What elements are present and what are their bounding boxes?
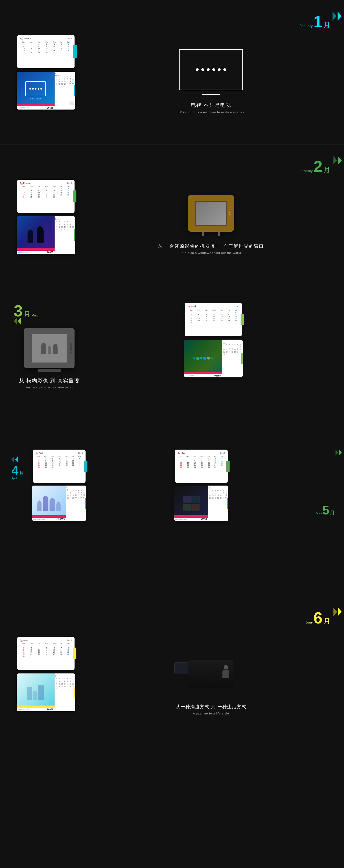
tab-feb-top [73, 190, 76, 202]
year-mar: 2013 [235, 305, 239, 308]
corner-deco-jan [333, 11, 342, 21]
bottom-card-apr: www.sc96655.com 96655 4 April SMTWTFS [32, 486, 86, 521]
calendar-tab-jan [73, 45, 77, 58]
calendar-card-jun-top: 6月 June 2013 SunMonTueWedThuFriSat 1 234… [17, 637, 75, 670]
month-label-jan: January [23, 37, 31, 40]
main-text-zh-mar: 从 模糊影像 到 真实呈现 [19, 377, 80, 384]
calendar-card-apr-top: 4月 April 2013 SunMonTueWedThuFriSat 1234… [33, 450, 86, 483]
month-en-apr: April [11, 477, 30, 480]
year-label-jan: 2013 [67, 37, 72, 40]
phone-may: 96655 [200, 518, 207, 521]
phone-mar: 96655 [214, 374, 221, 377]
month-en-mar: March [31, 313, 40, 317]
tv-modern-illustration [179, 49, 243, 90]
month-num-feb: 2 [314, 159, 322, 175]
phone-jun: 96655 [47, 708, 53, 711]
month-num-apr: 4 [11, 464, 19, 477]
text-block-feb: 从 一台还原影像的机器 到 一个了解世界的窗口 It is also a win… [158, 243, 264, 255]
month-label-mar: 3 月 March [14, 303, 40, 319]
tab-mar-bottom [241, 353, 242, 364]
month-en-jun: June [306, 621, 313, 624]
month-num-jan: 1 [314, 14, 322, 30]
phone-jan: 96655 [47, 106, 53, 109]
bottom-card-jan: 电视 不只是电视 www.sc96655.com 96655 1 January [17, 72, 75, 110]
main-text-zh-jan: 电视 不只是电视 [178, 102, 244, 108]
website-feb: www.sc96655.com [18, 252, 29, 253]
tab-feb-bottom [74, 229, 75, 241]
calendar-card-feb-top: 2月 February 2013 SunMonTueWedThuFriSat 1… [17, 180, 75, 213]
month-zh-mar: 月 [24, 310, 30, 319]
section-june: 6月 June 2013 SunMonTueWedThuFriSat 1 234… [0, 596, 344, 752]
month-zh-may: 月 [330, 509, 335, 516]
month-en-jan: January [299, 24, 313, 28]
website-jan: www.sc96655.com [18, 107, 29, 108]
corner-deco-mar-left [14, 318, 21, 325]
section-march: 3 月 March [0, 289, 344, 440]
month-zh-jun: 月 [323, 617, 330, 626]
month-zh-feb: 月 [323, 165, 330, 175]
section-february: 2月 February 2013 SunMonTueWedThuFriSat 1… [0, 144, 344, 289]
bottom-card-jun: www.sc96655.com 96655 6 June SMTWTFS 1 2… [17, 674, 75, 711]
phone-feb: 96655 [47, 251, 53, 254]
corner-deco-feb [334, 156, 342, 164]
month-label-jun-right: June 6 月 [306, 610, 330, 626]
tab-mar-top [240, 314, 244, 326]
month-num-may: 5 [322, 504, 329, 517]
bottom-tab-jan [74, 85, 75, 96]
month-en-feb: February [300, 169, 313, 173]
main-text-en-jun: A pastime to a life style [176, 712, 246, 715]
month-label-feb-right: February 2 月 [300, 159, 330, 175]
month-zh-jan: 月 [323, 21, 330, 30]
section-january: 1月 January 2013 SunMonTueWedThuFriSat 12… [0, 0, 344, 144]
main-text-en-jan: TV is not only a machine to restore imag… [178, 111, 244, 114]
calendar-card-may-top: 5月 May 2013 SunMonTueWedThuFriSat 1234 5… [175, 450, 228, 483]
tab-apr-top [84, 461, 87, 472]
tab-may-bottom [227, 498, 228, 509]
corner-deco-may [336, 450, 342, 456]
corner-deco-apr [11, 457, 30, 462]
bottom-card-mar: www.sc96655.com 96655 3 March SMTWTFS 12… [184, 340, 242, 377]
bottom-card-feb: www.sc96655.com 96655 2 February SMTWTFS… [17, 216, 75, 254]
month-en-may: May [316, 512, 322, 515]
website-apr: www.sc96655.com [33, 519, 45, 520]
main-text-zh-jun: 从一种消遣方式 到 一种生活方式 [176, 704, 246, 710]
month-label-apr: 4 月 [11, 464, 30, 477]
tab-jun-bottom [74, 686, 75, 698]
website-mar: www.sc96655.com [185, 375, 197, 376]
website-may: www.sc96655.com [175, 519, 187, 520]
main-text-en-feb: It is also a window to find out the worl… [158, 251, 264, 255]
website-jun: www.sc96655.com [18, 709, 29, 710]
text-block-jun: 从一种消遣方式 到 一种生活方式 A pastime to a life sty… [176, 704, 246, 715]
month-zh-apr: 月 [19, 470, 24, 476]
month-label-may: May 5 月 [316, 504, 335, 517]
text-block-jan: 电视 不只是电视 TV is not only a machine to res… [178, 102, 244, 114]
month-label-jan-right: January 1 月 [299, 14, 330, 30]
year-label-feb: 2013 [67, 182, 72, 185]
tab-jun-top [73, 648, 76, 659]
month-num-jun: 6 [314, 610, 322, 626]
tv-old-illustration [188, 195, 234, 232]
main-text-en-mar: From fuzzy images to lifelike shows [19, 386, 80, 389]
corner-deco-jun [334, 608, 342, 616]
tab-may-top [226, 461, 230, 472]
tab-apr-bottom [85, 498, 86, 509]
tv-bw-illustration [24, 328, 75, 368]
month-num-mar: 3 [14, 303, 23, 319]
person-watching-illustration [177, 651, 246, 697]
calendar-card-mar-top: 3月 March 2013 SunMonTueWedThuFriSat 12 3… [184, 303, 242, 336]
main-text-zh-feb: 从 一台还原影像的机器 到 一个了解世界的窗口 [158, 243, 264, 249]
phone-apr: 96655 [58, 518, 65, 521]
card-text-zh-jan: 电视 不只是电视 [30, 98, 41, 99]
text-block-mar: 从 模糊影像 到 真实呈现 From fuzzy images to lifel… [19, 377, 80, 389]
calendar-card-jan-top: 1月 January 2013 SunMonTueWedThuFriSat 12… [17, 35, 75, 68]
section-april-may: 4 月 April 4月 April 2013 SunMonTueWedThuF… [0, 440, 344, 596]
bottom-card-may: www.sc96655.com 96655 5 May SMTWTFS [174, 486, 228, 521]
